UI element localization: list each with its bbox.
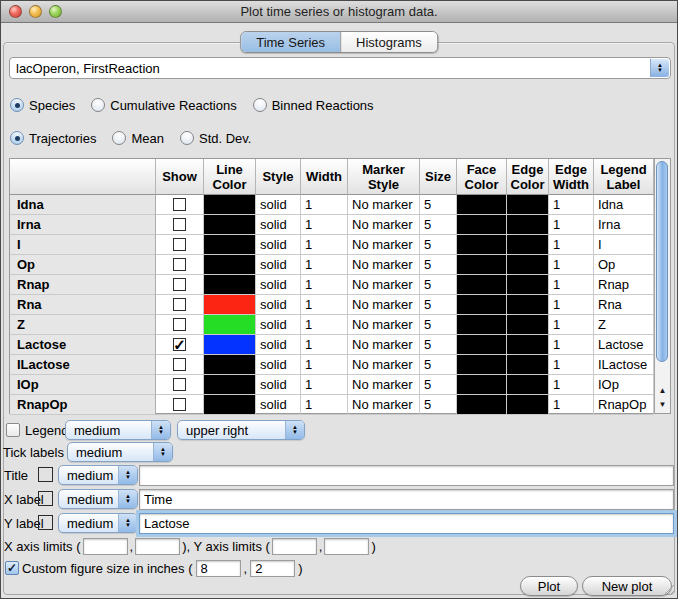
face-color-swatch[interactable]	[457, 215, 507, 235]
width-cell[interactable]: 1	[301, 295, 348, 315]
size-cell[interactable]: 5	[420, 315, 457, 335]
y-max-input[interactable]	[324, 538, 369, 555]
tick-labels-size-select[interactable]: medium ▲▼	[67, 442, 173, 462]
legend-label-cell[interactable]: Idna	[594, 195, 654, 215]
face-color-swatch[interactable]	[457, 255, 507, 275]
width-cell[interactable]: 1	[301, 375, 348, 395]
style-cell[interactable]: solid	[256, 335, 301, 355]
title-color-swatch[interactable]	[38, 467, 53, 482]
size-cell[interactable]: 5	[420, 355, 457, 375]
figure-width-input[interactable]	[196, 560, 241, 577]
legend-font-size-select[interactable]: medium ▲▼	[65, 420, 171, 440]
marker-style-cell[interactable]: No marker	[348, 235, 420, 255]
line-color-swatch[interactable]	[204, 395, 256, 415]
show-checkbox[interactable]	[173, 198, 186, 211]
width-cell[interactable]: 1	[301, 235, 348, 255]
style-cell[interactable]: solid	[256, 235, 301, 255]
legend-label-cell[interactable]: Rna	[594, 295, 654, 315]
ylabel-color-swatch[interactable]	[38, 515, 53, 530]
line-color-swatch[interactable]	[204, 375, 256, 395]
style-cell[interactable]: solid	[256, 275, 301, 295]
size-cell[interactable]: 5	[420, 375, 457, 395]
ylabel-input[interactable]	[139, 513, 674, 534]
face-color-swatch[interactable]	[457, 315, 507, 335]
x-max-input[interactable]	[135, 538, 180, 555]
style-cell[interactable]: solid	[256, 295, 301, 315]
show-checkbox[interactable]	[173, 398, 186, 411]
edge-color-swatch[interactable]	[507, 215, 549, 235]
line-color-swatch[interactable]	[204, 195, 256, 215]
line-color-swatch[interactable]	[204, 315, 256, 335]
marker-style-cell[interactable]: No marker	[348, 295, 420, 315]
width-cell[interactable]: 1	[301, 355, 348, 375]
edge-width-cell[interactable]: 1	[549, 215, 594, 235]
tab-time-series[interactable]: Time Series	[241, 32, 340, 52]
width-cell[interactable]: 1	[301, 275, 348, 295]
line-color-swatch[interactable]	[204, 335, 256, 355]
figure-size-checkbox[interactable]: ✓	[5, 561, 19, 575]
edge-color-swatch[interactable]	[507, 235, 549, 255]
title-input[interactable]	[139, 465, 674, 486]
edge-width-cell[interactable]: 1	[549, 295, 594, 315]
width-cell[interactable]: 1	[301, 315, 348, 335]
face-color-swatch[interactable]	[457, 335, 507, 355]
marker-style-cell[interactable]: No marker	[348, 275, 420, 295]
xlabel-input[interactable]	[139, 489, 674, 510]
edge-color-swatch[interactable]	[507, 275, 549, 295]
width-cell[interactable]: 1	[301, 335, 348, 355]
scroll-down-icon[interactable]: ▼	[655, 398, 670, 411]
show-checkbox[interactable]	[173, 298, 186, 311]
show-checkbox[interactable]	[173, 318, 186, 331]
size-cell[interactable]: 5	[420, 335, 457, 355]
ylabel-size-select[interactable]: medium ▲▼	[58, 513, 138, 533]
stat-radio-mean[interactable]: Mean	[112, 131, 164, 146]
edge-width-cell[interactable]: 1	[549, 195, 594, 215]
size-cell[interactable]: 5	[420, 255, 457, 275]
face-color-swatch[interactable]	[457, 375, 507, 395]
width-cell[interactable]: 1	[301, 395, 348, 415]
stat-radio-trajectories[interactable]: Trajectories	[10, 131, 96, 146]
width-cell[interactable]: 1	[301, 215, 348, 235]
style-cell[interactable]: solid	[256, 215, 301, 235]
line-color-swatch[interactable]	[204, 355, 256, 375]
show-checkbox[interactable]	[173, 238, 186, 251]
show-checkbox[interactable]	[173, 258, 186, 271]
edge-color-swatch[interactable]	[507, 195, 549, 215]
tab-histograms[interactable]: Histograms	[340, 32, 437, 52]
line-color-swatch[interactable]	[204, 275, 256, 295]
size-cell[interactable]: 5	[420, 235, 457, 255]
marker-style-cell[interactable]: No marker	[348, 315, 420, 335]
style-cell[interactable]: solid	[256, 375, 301, 395]
face-color-swatch[interactable]	[457, 355, 507, 375]
legend-label-cell[interactable]: Op	[594, 255, 654, 275]
table-scrollbar[interactable]: ▲ ▼	[654, 159, 670, 413]
edge-width-cell[interactable]: 1	[549, 395, 594, 415]
y-min-input[interactable]	[272, 538, 317, 555]
legend-position-select[interactable]: upper right ▲▼	[177, 420, 305, 440]
edge-width-cell[interactable]: 1	[549, 255, 594, 275]
edge-color-swatch[interactable]	[507, 335, 549, 355]
face-color-swatch[interactable]	[457, 275, 507, 295]
face-color-swatch[interactable]	[457, 295, 507, 315]
style-cell[interactable]: solid	[256, 315, 301, 335]
style-cell[interactable]: solid	[256, 355, 301, 375]
stepper-icon[interactable]: ▲▼	[650, 59, 669, 77]
line-color-swatch[interactable]	[204, 215, 256, 235]
edge-width-cell[interactable]: 1	[549, 315, 594, 335]
xlabel-size-select[interactable]: medium ▲▼	[58, 489, 138, 509]
marker-style-cell[interactable]: No marker	[348, 395, 420, 415]
show-checkbox[interactable]	[173, 278, 186, 291]
width-cell[interactable]: 1	[301, 195, 348, 215]
legend-label-cell[interactable]: I	[594, 235, 654, 255]
size-cell[interactable]: 5	[420, 275, 457, 295]
scroll-up-icon[interactable]: ▲	[655, 384, 670, 397]
size-cell[interactable]: 5	[420, 395, 457, 415]
edge-width-cell[interactable]: 1	[549, 355, 594, 375]
marker-style-cell[interactable]: No marker	[348, 195, 420, 215]
new-plot-button[interactable]: New plot	[582, 576, 672, 596]
dataset-select[interactable]: lacOperon, FirstReaction ▲▼	[9, 57, 671, 79]
legend-label-cell[interactable]: ILactose	[594, 355, 654, 375]
edge-color-swatch[interactable]	[507, 255, 549, 275]
marker-style-cell[interactable]: No marker	[348, 335, 420, 355]
edge-color-swatch[interactable]	[507, 355, 549, 375]
